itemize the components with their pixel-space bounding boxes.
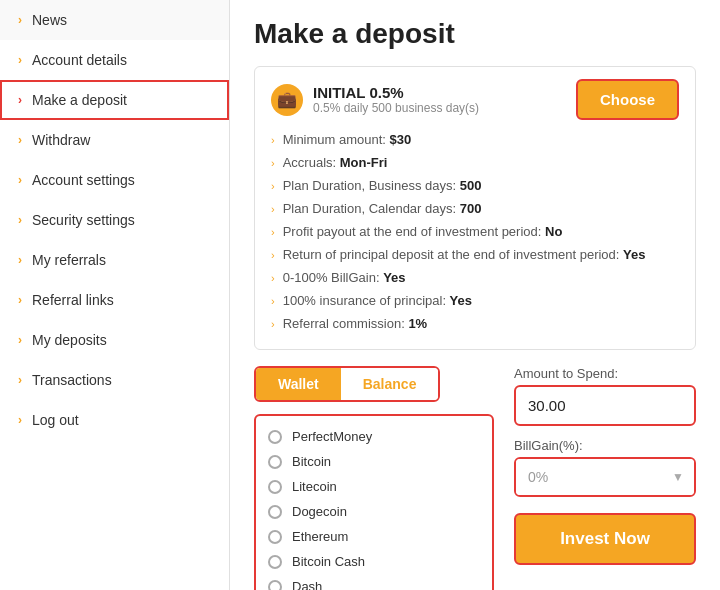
- wallet-tab[interactable]: Wallet: [256, 368, 341, 400]
- main-content: Make a deposit 💼 INITIAL 0.5% 0.5% daily…: [230, 0, 720, 590]
- payment-method-label: Bitcoin Cash: [292, 554, 365, 569]
- amount-label: Amount to Spend:: [514, 366, 696, 381]
- chevron-icon: ›: [18, 133, 22, 147]
- chevron-icon: ›: [18, 213, 22, 227]
- payment-method-item[interactable]: Dogecoin: [256, 499, 492, 524]
- chevron-icon: ›: [18, 93, 22, 107]
- plan-detail-item: ›Plan Duration, Business days: 500: [271, 176, 679, 195]
- left-panel: Wallet Balance PerfectMoneyBitcoinLiteco…: [254, 366, 494, 590]
- billgain-label: BillGain(%):: [514, 438, 696, 453]
- radio-icon: [268, 505, 282, 519]
- amount-input[interactable]: [514, 385, 696, 426]
- billgain-select[interactable]: 0% 10% 25% 50% 75% 100%: [516, 459, 694, 495]
- sidebar-item-referral-links[interactable]: ›Referral links: [0, 280, 229, 320]
- right-panel: Amount to Spend: BillGain(%): 0% 10% 25%…: [514, 366, 696, 590]
- payment-method-item[interactable]: Bitcoin: [256, 449, 492, 474]
- detail-arrow-icon: ›: [271, 318, 275, 330]
- payment-method-item[interactable]: Dash: [256, 574, 492, 590]
- billgain-select-wrapper: 0% 10% 25% 50% 75% 100% ▼: [514, 457, 696, 497]
- plan-detail-item: ›Minimum amount: $30: [271, 130, 679, 149]
- page-title: Make a deposit: [254, 18, 696, 50]
- billgain-field-group: BillGain(%): 0% 10% 25% 50% 75% 100% ▼: [514, 438, 696, 497]
- payment-method-item[interactable]: PerfectMoney: [256, 424, 492, 449]
- balance-tab[interactable]: Balance: [341, 368, 439, 400]
- payment-method-item[interactable]: Litecoin: [256, 474, 492, 499]
- bottom-section: Wallet Balance PerfectMoneyBitcoinLiteco…: [254, 366, 696, 590]
- sidebar-item-security-settings[interactable]: ›Security settings: [0, 200, 229, 240]
- plan-icon: 💼: [271, 84, 303, 116]
- radio-icon: [268, 430, 282, 444]
- radio-icon: [268, 480, 282, 494]
- sidebar: ›News›Account details›Make a deposit›Wit…: [0, 0, 230, 590]
- sidebar-item-account-details[interactable]: ›Account details: [0, 40, 229, 80]
- sidebar-item-label: Security settings: [32, 212, 135, 228]
- sidebar-item-label: My deposits: [32, 332, 107, 348]
- sidebar-item-my-deposits[interactable]: ›My deposits: [0, 320, 229, 360]
- radio-icon: [268, 555, 282, 569]
- plan-detail-item: ›Profit payout at the end of investment …: [271, 222, 679, 241]
- chevron-icon: ›: [18, 373, 22, 387]
- amount-field-group: Amount to Spend:: [514, 366, 696, 426]
- plan-title: INITIAL 0.5%: [313, 84, 479, 101]
- chevron-icon: ›: [18, 173, 22, 187]
- payment-method-label: PerfectMoney: [292, 429, 372, 444]
- plan-card: 💼 INITIAL 0.5% 0.5% daily 500 business d…: [254, 66, 696, 350]
- plan-detail-item: ›Plan Duration, Calendar days: 700: [271, 199, 679, 218]
- radio-icon: [268, 455, 282, 469]
- invest-now-button[interactable]: Invest Now: [514, 513, 696, 565]
- plan-details-list: ›Minimum amount: $30›Accruals: Mon-Fri›P…: [271, 130, 679, 333]
- plan-detail-item: ›Accruals: Mon-Fri: [271, 153, 679, 172]
- plan-detail-item: ›100% insurance of principal: Yes: [271, 291, 679, 310]
- choose-button[interactable]: Choose: [576, 79, 679, 120]
- detail-arrow-icon: ›: [271, 226, 275, 238]
- sidebar-item-transactions[interactable]: ›Transactions: [0, 360, 229, 400]
- sidebar-item-label: Account settings: [32, 172, 135, 188]
- sidebar-item-label: Transactions: [32, 372, 112, 388]
- radio-icon: [268, 580, 282, 591]
- payment-method-item[interactable]: Bitcoin Cash: [256, 549, 492, 574]
- detail-arrow-icon: ›: [271, 157, 275, 169]
- sidebar-item-label: Account details: [32, 52, 127, 68]
- detail-arrow-icon: ›: [271, 295, 275, 307]
- payment-method-label: Litecoin: [292, 479, 337, 494]
- detail-arrow-icon: ›: [271, 272, 275, 284]
- payment-method-label: Bitcoin: [292, 454, 331, 469]
- sidebar-item-label: Withdraw: [32, 132, 90, 148]
- sidebar-item-label: News: [32, 12, 67, 28]
- payment-methods-list: PerfectMoneyBitcoinLitecoinDogecoinEther…: [254, 414, 494, 590]
- detail-arrow-icon: ›: [271, 249, 275, 261]
- sidebar-item-label: Log out: [32, 412, 79, 428]
- detail-arrow-icon: ›: [271, 180, 275, 192]
- chevron-icon: ›: [18, 253, 22, 267]
- detail-arrow-icon: ›: [271, 134, 275, 146]
- plan-detail-item: ›Referral commission: 1%: [271, 314, 679, 333]
- plan-detail-item: ›Return of principal deposit at the end …: [271, 245, 679, 264]
- chevron-icon: ›: [18, 53, 22, 67]
- sidebar-item-my-referrals[interactable]: ›My referrals: [0, 240, 229, 280]
- tab-row: Wallet Balance: [254, 366, 440, 402]
- payment-method-label: Ethereum: [292, 529, 348, 544]
- payment-method-label: Dash: [292, 579, 322, 590]
- plan-subtitle: 0.5% daily 500 business day(s): [313, 101, 479, 115]
- sidebar-item-news[interactable]: ›News: [0, 0, 229, 40]
- sidebar-item-log-out[interactable]: ›Log out: [0, 400, 229, 440]
- detail-arrow-icon: ›: [271, 203, 275, 215]
- sidebar-item-label: Referral links: [32, 292, 114, 308]
- chevron-icon: ›: [18, 293, 22, 307]
- sidebar-item-make-a-deposit[interactable]: ›Make a deposit: [0, 80, 229, 120]
- sidebar-item-label: My referrals: [32, 252, 106, 268]
- chevron-icon: ›: [18, 333, 22, 347]
- plan-detail-item: ›0-100% BillGain: Yes: [271, 268, 679, 287]
- chevron-icon: ›: [18, 413, 22, 427]
- radio-icon: [268, 530, 282, 544]
- payment-method-item[interactable]: Ethereum: [256, 524, 492, 549]
- sidebar-item-label: Make a deposit: [32, 92, 127, 108]
- sidebar-item-withdraw[interactable]: ›Withdraw: [0, 120, 229, 160]
- chevron-icon: ›: [18, 13, 22, 27]
- payment-method-label: Dogecoin: [292, 504, 347, 519]
- sidebar-item-account-settings[interactable]: ›Account settings: [0, 160, 229, 200]
